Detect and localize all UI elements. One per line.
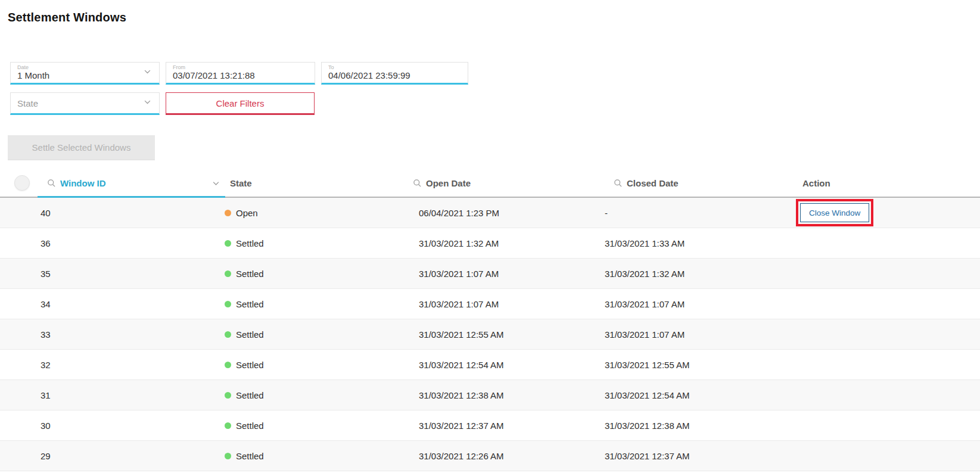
sorted-column-underline: [38, 196, 225, 198]
header-open-date[interactable]: Open Date: [411, 178, 603, 188]
state-dot: [225, 331, 231, 338]
table-row: 40 Open 06/04/2021 1:23 PM - Close Windo…: [0, 198, 980, 228]
closed-date-cell: 31/03/2021 1:33 AM: [603, 238, 802, 248]
state-cell: Settled: [222, 451, 411, 461]
from-input-label: From: [173, 64, 294, 70]
state-dot: [225, 422, 231, 429]
from-input-value: 03/07/2021 13:21:88: [173, 70, 294, 81]
table-row: 29 Settled 31/03/2021 12:26 AM 31/03/202…: [0, 441, 980, 471]
open-date-cell: 31/03/2021 1:07 AM: [411, 299, 603, 309]
table-row: 31 Settled 31/03/2021 12:38 AM 31/03/202…: [0, 380, 980, 410]
state-label: Settled: [236, 329, 264, 340]
state-dot: [225, 240, 231, 247]
state-label: Settled: [236, 451, 264, 461]
state-label: Settled: [236, 238, 264, 248]
window-id-cell: 40: [37, 208, 222, 218]
state-cell: Open: [222, 208, 411, 218]
state-label: Settled: [236, 360, 264, 370]
state-dot: [225, 270, 231, 277]
closed-date-cell: 31/03/2021 12:38 AM: [603, 421, 802, 431]
select-all-cell: [0, 175, 37, 191]
from-date-input[interactable]: From 03/07/2021 13:21:88: [166, 62, 315, 85]
state-label: Settled: [236, 299, 264, 309]
closed-date-cell: -: [603, 208, 802, 218]
table-body: 40 Open 06/04/2021 1:23 PM - Close Windo…: [0, 198, 980, 471]
chevron-down-icon: [143, 67, 152, 79]
state-cell: Settled: [222, 421, 411, 431]
date-select-label: Date: [17, 64, 139, 70]
closed-date-cell: 31/03/2021 12:37 AM: [603, 451, 802, 461]
date-select-value: 1 Month: [17, 70, 139, 81]
header-window-id-label: Window ID: [60, 178, 106, 188]
window-id-cell: 31: [37, 390, 222, 400]
window-id-cell: 33: [37, 329, 222, 340]
table-header: Window ID State Open Date Closed Date Ac…: [0, 169, 980, 198]
state-dot: [225, 392, 231, 399]
filter-row-2: State Clear Filters: [10, 92, 980, 115]
header-action-label: Action: [802, 178, 830, 188]
state-dot: [225, 453, 231, 459]
state-dot: [225, 362, 231, 368]
closed-date-cell: 31/03/2021 1:07 AM: [603, 329, 802, 340]
state-cell: Settled: [222, 238, 411, 248]
action-cell: Close Window: [802, 199, 980, 226]
state-dot: [225, 301, 231, 307]
table-row: 34 Settled 31/03/2021 1:07 AM 31/03/2021…: [0, 289, 980, 319]
state-label: Settled: [236, 421, 264, 431]
header-open-date-label: Open Date: [426, 178, 471, 188]
state-cell: Settled: [222, 329, 411, 340]
open-date-cell: 31/03/2021 12:55 AM: [411, 329, 603, 340]
window-id-cell: 36: [37, 238, 222, 248]
to-date-input[interactable]: To 04/06/2021 23:59:99: [321, 62, 468, 85]
table-row: 35 Settled 31/03/2021 1:07 AM 31/03/2021…: [0, 259, 980, 289]
open-date-cell: 31/03/2021 12:37 AM: [411, 421, 603, 431]
closed-date-cell: 31/03/2021 12:55 AM: [603, 360, 802, 370]
state-label: Open: [236, 208, 258, 218]
settle-selected-windows-button[interactable]: Settle Selected Windows: [8, 135, 155, 160]
to-input-label: To: [328, 64, 447, 70]
page-title: Settlement Windows: [8, 11, 980, 24]
closed-date-cell: 31/03/2021 1:07 AM: [603, 299, 802, 309]
table-row: 36 Settled 31/03/2021 1:32 AM 31/03/2021…: [0, 228, 980, 259]
open-date-cell: 31/03/2021 12:38 AM: [411, 390, 603, 400]
header-window-id[interactable]: Window ID: [37, 178, 222, 188]
state-cell: Settled: [222, 360, 411, 370]
chevron-down-icon: [143, 98, 152, 109]
header-state-label: State: [230, 178, 252, 188]
clear-filters-button[interactable]: Clear Filters: [166, 92, 315, 115]
search-icon[interactable]: [413, 179, 422, 188]
settlement-windows-table: Window ID State Open Date Closed Date Ac…: [0, 169, 980, 471]
table-row: 30 Settled 31/03/2021 12:37 AM 31/03/202…: [0, 410, 980, 441]
header-state[interactable]: State: [222, 178, 411, 188]
select-all-checkbox[interactable]: [14, 175, 30, 191]
state-dot: [225, 210, 231, 216]
table-row: 33 Settled 31/03/2021 12:55 AM 31/03/202…: [0, 319, 980, 350]
search-icon[interactable]: [614, 179, 623, 188]
open-date-cell: 31/03/2021 1:07 AM: [411, 269, 603, 279]
state-select[interactable]: State: [10, 92, 160, 115]
window-id-cell: 34: [37, 299, 222, 309]
header-action: Action: [802, 178, 980, 188]
state-cell: Settled: [222, 390, 411, 400]
window-id-cell: 32: [37, 360, 222, 370]
state-label: Settled: [236, 390, 264, 400]
date-range-select[interactable]: Date 1 Month: [10, 62, 160, 85]
open-date-cell: 31/03/2021 12:26 AM: [411, 451, 603, 461]
open-date-cell: 31/03/2021 1:32 AM: [411, 238, 603, 248]
filters-panel: Date 1 Month From 03/07/2021 13:21:88 To…: [10, 62, 980, 115]
open-date-cell: 31/03/2021 12:54 AM: [411, 360, 603, 370]
state-label: Settled: [236, 269, 264, 279]
open-date-cell: 06/04/2021 1:23 PM: [411, 208, 603, 218]
window-id-cell: 29: [37, 451, 222, 461]
window-id-cell: 35: [37, 269, 222, 279]
closed-date-cell: 31/03/2021 12:54 AM: [603, 390, 802, 400]
sort-chevron-down-icon[interactable]: [211, 179, 220, 188]
window-id-cell: 30: [37, 421, 222, 431]
state-select-placeholder: State: [17, 98, 38, 108]
header-closed-date[interactable]: Closed Date: [603, 178, 802, 188]
annotation-highlight-box: Close Window: [796, 199, 873, 226]
to-input-value: 04/06/2021 23:59:99: [328, 70, 447, 81]
filter-row-1: Date 1 Month From 03/07/2021 13:21:88 To…: [10, 62, 980, 85]
close-window-button[interactable]: Close Window: [800, 203, 869, 222]
search-icon[interactable]: [47, 179, 56, 188]
